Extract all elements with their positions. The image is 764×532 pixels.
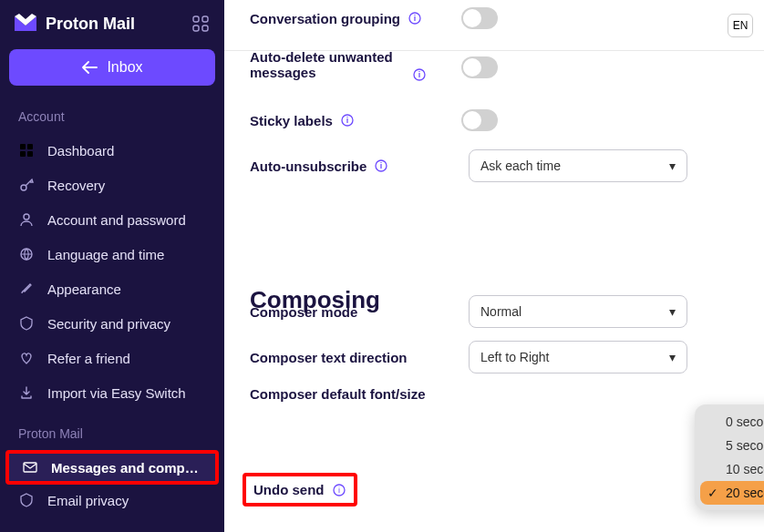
brush-icon	[18, 281, 35, 297]
inbox-label: Inbox	[107, 59, 142, 76]
select-value: Left to Right	[480, 350, 550, 364]
arrow-left-icon	[81, 61, 98, 74]
sticky-labels-label: Sticky labels	[250, 113, 333, 128]
select-value: Ask each time	[480, 159, 561, 173]
sidebar-item-recovery[interactable]: Recovery	[0, 168, 224, 202]
sidebar-item-label: Messages and compos…	[51, 460, 202, 476]
auto-unsubscribe-select[interactable]: Ask each time ▾	[469, 149, 687, 182]
svg-rect-2	[193, 26, 199, 31]
sidebar-item-label: Account and password	[47, 212, 206, 228]
auto-unsubscribe-label: Auto-unsubscribe	[250, 159, 367, 174]
svg-rect-7	[27, 151, 33, 157]
import-icon	[18, 384, 35, 401]
globe-icon	[18, 246, 35, 262]
undo-send-row: Undo send i	[243, 473, 357, 506]
composer-text-dir-label: Composer text direction	[250, 350, 408, 365]
chevron-down-icon: ▾	[669, 304, 676, 319]
undo-send-label: Undo send	[253, 482, 325, 497]
svg-rect-0	[193, 16, 199, 22]
user-icon	[18, 211, 35, 228]
protonmail-section-label: Proton Mail	[0, 419, 224, 450]
svg-point-9	[24, 214, 29, 220]
svg-rect-5	[27, 144, 33, 149]
sidebar-item-email-privacy[interactable]: Email privacy	[0, 485, 224, 517]
auto-delete-toggle[interactable]	[461, 56, 498, 78]
language-badge[interactable]: EN	[728, 14, 753, 37]
shield-icon	[18, 492, 35, 508]
app-name: Proton Mail	[46, 15, 135, 34]
sidebar-item-label: Language and time	[47, 247, 206, 262]
heart-icon	[18, 350, 35, 366]
sidebar-item-security[interactable]: Security and privacy	[0, 306, 224, 341]
sidebar-item-label: Email privacy	[47, 493, 206, 508]
sticky-labels-toggle[interactable]	[461, 109, 498, 131]
inbox-button[interactable]: Inbox	[9, 49, 215, 86]
app-switcher-icon[interactable]	[190, 13, 212, 35]
shield-icon	[18, 315, 35, 332]
main-panel: EN Conversation grouping i Auto-delete u…	[224, 0, 764, 532]
svg-text:i: i	[380, 161, 383, 170]
composer-text-dir-select[interactable]: Left to Right ▾	[469, 341, 687, 373]
conversation-grouping-label: Conversation grouping	[250, 11, 400, 26]
dropdown-option-5s[interactable]: 5 seconds	[700, 434, 764, 457]
conversation-grouping-toggle[interactable]	[461, 7, 498, 29]
sidebar-item-messages-composing[interactable]: Messages and compos…	[5, 450, 219, 485]
sidebar-item-appearance[interactable]: Appearance	[0, 271, 224, 306]
sidebar: Proton Mail Inbox Account Dashboard Reco…	[0, 0, 224, 532]
svg-rect-6	[20, 151, 26, 157]
dropdown-option-20s[interactable]: 20 seconds	[700, 481, 764, 505]
dropdown-option-0s[interactable]: 0 seconds	[700, 410, 764, 434]
auto-delete-label: Auto-delete unwanted messages	[250, 49, 405, 82]
composer-font-label: Composer default font/size	[250, 386, 426, 402]
svg-rect-4	[20, 144, 26, 149]
sidebar-item-account-password[interactable]: Account and password	[0, 202, 224, 237]
dropdown-option-10s[interactable]: 10 seconds	[700, 457, 764, 481]
svg-text:i: i	[338, 486, 340, 495]
sidebar-item-label: Refer a friend	[47, 351, 206, 366]
sidebar-item-language-time[interactable]: Language and time	[0, 237, 224, 271]
select-value: Normal	[480, 304, 521, 319]
sidebar-item-label: Security and privacy	[47, 316, 206, 332]
proton-logo[interactable]: Proton Mail	[13, 11, 135, 36]
envelope-icon	[22, 459, 38, 476]
sidebar-item-label: Appearance	[47, 281, 206, 297]
chevron-down-icon: ▾	[669, 350, 676, 364]
account-section-label: Account	[0, 102, 224, 133]
sidebar-item-label: Dashboard	[47, 143, 206, 159]
sidebar-item-label: Import via Easy Switch	[47, 385, 206, 401]
svg-text:i: i	[418, 70, 421, 79]
key-icon	[18, 177, 35, 193]
svg-rect-3	[202, 26, 208, 31]
svg-text:i: i	[346, 116, 349, 125]
chevron-down-icon: ▾	[669, 159, 676, 173]
info-icon[interactable]: i	[332, 483, 346, 497]
info-icon[interactable]: i	[374, 159, 388, 173]
sidebar-header: Proton Mail	[0, 11, 224, 49]
dashboard-icon	[18, 142, 35, 159]
sidebar-item-label: Recovery	[47, 178, 206, 193]
svg-text:i: i	[414, 14, 417, 23]
composer-mode-label: Composer mode	[250, 304, 357, 320]
svg-rect-1	[202, 16, 208, 22]
sidebar-item-import[interactable]: Import via Easy Switch	[0, 375, 224, 410]
sidebar-item-refer[interactable]: Refer a friend	[0, 341, 224, 375]
undo-send-dropdown: 0 seconds 5 seconds 10 seconds 20 second…	[695, 404, 764, 510]
proton-mail-icon	[13, 11, 38, 36]
composer-mode-select[interactable]: Normal ▾	[469, 295, 687, 328]
info-icon[interactable]: i	[340, 113, 355, 128]
sidebar-item-dashboard[interactable]: Dashboard	[0, 133, 224, 168]
info-icon[interactable]: i	[412, 67, 427, 82]
svg-rect-11	[24, 463, 36, 472]
info-icon[interactable]: i	[408, 11, 422, 26]
